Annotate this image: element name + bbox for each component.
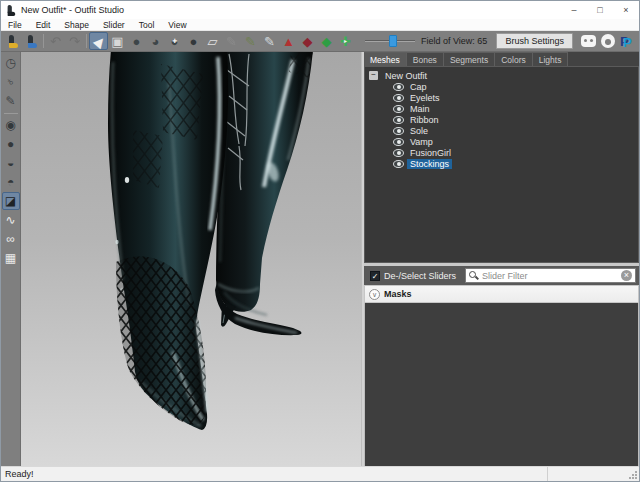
xmirror-button[interactable]: ♀: [2, 73, 20, 91]
color-brush-icon: ✎: [245, 35, 256, 48]
eraser-icon: ▱: [208, 35, 218, 48]
search-icon: [469, 271, 478, 281]
weight-brush-button[interactable]: ✎: [222, 32, 241, 50]
tree-item-vamp[interactable]: Vamp: [393, 136, 638, 147]
sliders-toolbar: ✓ De-/Select Sliders ×: [364, 266, 639, 285]
alpha-brush-button[interactable]: ✎: [260, 32, 279, 50]
clear-filter-icon[interactable]: ×: [621, 270, 632, 281]
tree-item-eyelets[interactable]: Eyelets: [393, 92, 638, 103]
visibility-eye-icon[interactable]: [393, 94, 404, 102]
menu-item-view[interactable]: View: [161, 19, 193, 31]
maximize-button[interactable]: □: [587, 1, 613, 19]
load-project-button[interactable]: [3, 32, 22, 50]
tree-item-stockings[interactable]: Stockings: [393, 158, 638, 169]
undo-button[interactable]: ↶: [46, 32, 65, 50]
tree-item-ribbon[interactable]: Ribbon: [393, 114, 638, 125]
circle-solid-icon: ●: [7, 138, 14, 150]
vertex-edit-button[interactable]: ∿: [2, 211, 20, 229]
deflate-brush-icon: ◕: [152, 35, 160, 48]
visibility-eye-icon[interactable]: [393, 127, 404, 135]
visibility-eye-icon[interactable]: [393, 149, 404, 157]
save-project-button[interactable]: [22, 32, 41, 50]
menu-item-file[interactable]: File: [1, 19, 29, 31]
green-diamond-icon: ◆: [322, 35, 332, 48]
brush-settings-button[interactable]: Brush Settings: [496, 33, 573, 49]
deselect-sliders-checkbox[interactable]: ✓ De-/Select Sliders: [367, 271, 459, 281]
discord-icon[interactable]: [581, 35, 596, 47]
menu-item-tool[interactable]: Tool: [132, 19, 162, 31]
titlebar[interactable]: New Outfit* - Outfit Studio – □ ×: [1, 1, 639, 19]
color-brush-button[interactable]: ✎: [241, 32, 260, 50]
visibility-eye-icon[interactable]: [393, 83, 404, 91]
close-button[interactable]: ×: [613, 1, 639, 19]
toolbar-separator: [4, 113, 18, 114]
collapse-icon[interactable]: −: [369, 71, 378, 80]
tab-meshes[interactable]: Meshes: [364, 52, 407, 66]
vertex-line-icon: ∿: [5, 214, 15, 226]
flip-edge-button[interactable]: ◆: [298, 32, 317, 50]
smooth-brush-button[interactable]: ●: [184, 32, 203, 50]
brush-falloff-b-button[interactable]: ●: [2, 135, 20, 153]
github-icon[interactable]: [601, 34, 615, 48]
menu-item-slider[interactable]: Slider: [96, 19, 132, 31]
tab-colors[interactable]: Colors: [495, 52, 533, 66]
visibility-eye-icon[interactable]: [393, 160, 404, 168]
window-title: New Outfit* - Outfit Studio: [21, 5, 561, 15]
visibility-eye-icon[interactable]: [393, 138, 404, 146]
mask-brush-button[interactable]: ▣: [108, 32, 127, 50]
masks-label: Masks: [384, 289, 412, 299]
red-diamond-icon: ◆: [303, 35, 313, 48]
redo-button[interactable]: ↷: [65, 32, 84, 50]
menu-item-shape[interactable]: Shape: [57, 19, 96, 31]
undo-arrow-icon: ↶: [50, 35, 61, 48]
bone-button[interactable]: ∞: [2, 230, 20, 248]
tree-item-label: Vamp: [407, 137, 436, 147]
weight-brush-icon: ✎: [226, 35, 237, 48]
bone-icon: ∞: [6, 233, 15, 245]
brush-falloff-a-button[interactable]: ◉: [2, 116, 20, 134]
inflate-brush-icon: ●: [133, 35, 141, 48]
tree-item-fusiongirl[interactable]: FusionGirl: [393, 147, 638, 158]
slider-filter-input[interactable]: [478, 271, 621, 281]
minimize-button[interactable]: –: [561, 1, 587, 19]
menu-item-edit[interactable]: Edit: [29, 19, 58, 31]
tree-item-cap[interactable]: Cap: [393, 81, 638, 92]
pencil-button[interactable]: ✎: [2, 92, 20, 110]
visibility-eye-icon[interactable]: [393, 105, 404, 113]
masks-section-header[interactable]: ∨ Masks: [364, 285, 639, 303]
toolbar-separator: [43, 34, 44, 48]
move-vertex-button[interactable]: ✚▸: [336, 32, 355, 50]
tree-item-sole[interactable]: Sole: [393, 125, 638, 136]
brush-falloff-c-button[interactable]: ◒: [2, 154, 20, 172]
main-toolbar-buttons: ↶↷▶▣●◕●✚●▱✎✎✎▲◆◆✚▸: [3, 31, 355, 51]
tree-item-main[interactable]: Main: [393, 103, 638, 114]
toolbar-separator: [86, 34, 87, 48]
split-edge-button[interactable]: ◆: [317, 32, 336, 50]
inflate-brush-button[interactable]: ●: [127, 32, 146, 50]
resize-grip[interactable]: [629, 471, 637, 479]
tab-lights[interactable]: Lights: [533, 52, 569, 66]
move-brush-button[interactable]: ●✚: [165, 32, 184, 50]
edit-connected-button[interactable]: ◪: [2, 192, 20, 210]
viewport-3d[interactable]: [21, 52, 361, 466]
smooth-brush-icon: ●: [190, 35, 198, 48]
grid-toggle-button[interactable]: ▦: [2, 249, 20, 267]
brush-falloff-d-button[interactable]: ◓: [2, 173, 20, 191]
tree-root-row[interactable]: −New Outfit: [369, 70, 638, 81]
tab-segments[interactable]: Segments: [444, 52, 495, 66]
select-tool-button[interactable]: ▶: [89, 32, 108, 50]
pencil-icon: ✎: [5, 95, 15, 107]
undo-brush-button[interactable]: ▱: [203, 32, 222, 50]
pose-button[interactable]: ◷: [2, 54, 20, 72]
fov-slider-thumb[interactable]: [389, 35, 397, 47]
deflate-brush-button[interactable]: ◕: [146, 32, 165, 50]
fov-slider[interactable]: [365, 34, 415, 48]
status-text: Ready!: [1, 469, 547, 479]
tab-bones[interactable]: Bones: [407, 52, 444, 66]
paypal-icon[interactable]: PP: [620, 34, 633, 49]
visibility-eye-icon[interactable]: [393, 116, 404, 124]
tree-item-label: Stockings: [407, 159, 452, 169]
collapse-vertex-button[interactable]: ▲: [279, 32, 298, 50]
outfit-studio-window: New Outfit* - Outfit Studio – □ × FileEd…: [0, 0, 640, 482]
meshes-tree[interactable]: −New OutfitCapEyeletsMainRibbonSoleVampF…: [364, 67, 639, 263]
